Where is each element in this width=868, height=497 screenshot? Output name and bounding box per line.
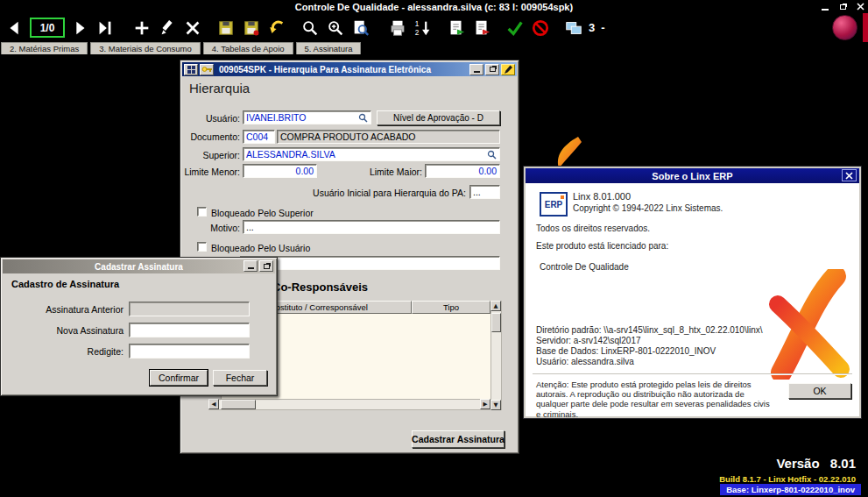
edit-pencil-icon[interactable] [501, 64, 515, 75]
sort-icon[interactable]: 12 [413, 18, 434, 39]
zoom-icon[interactable] [325, 18, 346, 39]
bloqueado-usuario-label: Bloqueado Pelo Usuário [211, 243, 310, 253]
undo-icon[interactable] [266, 18, 287, 39]
ok-button[interactable]: OK [788, 383, 851, 399]
search-icon[interactable] [300, 18, 321, 39]
window-title: Controle De Qualidade - alessandra.silva… [295, 2, 573, 12]
window-menu-icon[interactable] [184, 64, 198, 75]
svg-text:1: 1 [415, 20, 420, 28]
previous-record-icon[interactable] [4, 18, 25, 39]
product-name: Linx 8.01.000 [573, 191, 631, 202]
application-window: Controle De Qualidade - alessandra.silva… [0, 0, 868, 497]
add-record-icon[interactable] [131, 18, 152, 39]
toolbar-edge-accent [863, 13, 868, 42]
motivo-field[interactable]: ... [243, 220, 500, 234]
close-exit-icon[interactable] [530, 18, 551, 39]
close-icon[interactable] [842, 169, 857, 181]
rights: Todos os direitos reservados. [536, 224, 650, 233]
limite-menor-field[interactable]: 0.00 [243, 164, 317, 178]
nivel-aprovacao-button[interactable]: Nível de Aprovação - D [377, 110, 500, 125]
usuario-inicial-field[interactable]: ... [469, 185, 500, 199]
restore-icon[interactable] [259, 260, 273, 272]
linx-flame-icon [548, 135, 587, 170]
limite-maior-label: Limite Maior: [322, 167, 422, 177]
grid-col-tipo[interactable]: Tipo [412, 301, 490, 314]
restore-icon[interactable] [837, 2, 848, 12]
tab-materias-primas[interactable]: 2. Matérias Primas [1, 42, 88, 54]
save-all-icon[interactable] [241, 18, 262, 39]
bloqueado-superior-checkbox[interactable] [197, 207, 207, 217]
about-titlebar[interactable]: Sobre o Linx ERP [526, 168, 859, 183]
bloqueado-superior-label: Bloqueado Pelo Superior [211, 208, 314, 218]
tab-assinatura[interactable]: 5. Assinatura [296, 42, 362, 54]
scroll-up-icon[interactable]: ▲ [490, 301, 501, 311]
scroll-right-icon[interactable]: ▶ [480, 399, 490, 409]
restore-icon[interactable] [485, 64, 499, 75]
erp-logo-icon: ERP [540, 192, 568, 217]
minimize-icon[interactable] [820, 2, 830, 12]
cadastrar-assinatura-button[interactable]: Cadastrar Assinatura [412, 430, 505, 448]
superior-field[interactable]: ALESSANDRA.SILVA [243, 147, 500, 161]
signature-window-title: Cadastrar Assinatura [95, 262, 183, 272]
last-record-icon[interactable] [95, 18, 116, 39]
minimize-icon[interactable] [243, 260, 258, 272]
fechar-button[interactable]: Fechar [213, 370, 267, 386]
print-preview-icon[interactable] [350, 18, 371, 39]
delete-record-icon[interactable] [182, 18, 203, 39]
next-record-icon[interactable] [69, 18, 90, 39]
close-icon[interactable] [855, 2, 865, 12]
signature-heading: Cadastro de Assinatura [11, 279, 119, 289]
limite-menor-label: Limite Menor: [182, 167, 240, 177]
hierarchy-heading: Hierarquia [189, 81, 250, 96]
copyright: Copyright © 1994-2022 Linx Sistemas. [573, 203, 723, 213]
save-icon[interactable] [215, 18, 236, 39]
tab-tabelas-apoio[interactable]: 4. Tabelas de Apoio [203, 42, 293, 54]
scroll-left-icon[interactable]: ◀ [208, 399, 219, 409]
server: Servidor: a-srv142\sql2017 [536, 336, 641, 345]
documento-desc-field: COMPRA PRODUTO ACABADO [277, 130, 500, 144]
version-label: Versão [776, 456, 819, 471]
hscroll-thumb[interactable] [221, 400, 256, 409]
export-document-icon[interactable] [471, 18, 492, 39]
cascade-windows-icon[interactable] [563, 18, 584, 39]
lookup-icon[interactable] [487, 150, 497, 160]
confirmar-button[interactable]: Confirmar [150, 370, 208, 386]
vscroll-thumb[interactable] [491, 313, 501, 332]
confirm-icon[interactable] [505, 18, 526, 39]
linx-avatar-icon[interactable] [832, 15, 857, 40]
assinatura-anterior-field [129, 302, 250, 316]
scroll-down-icon[interactable]: ▼ [490, 400, 501, 410]
extra-field[interactable] [240, 256, 500, 270]
documento-label: Documento: [182, 131, 240, 142]
nova-assinatura-field[interactable] [129, 323, 250, 337]
licensed-label: Este produto está licenciado para: [536, 241, 668, 251]
key-icon[interactable] [200, 64, 214, 75]
linx-logo [766, 269, 851, 380]
export-report-icon[interactable] [446, 18, 467, 39]
motivo-label: Motivo: [182, 223, 240, 233]
lookup-icon[interactable] [358, 113, 368, 123]
usuario-label: Usuário: [182, 113, 240, 124]
window-controls [820, 1, 865, 12]
coresponsaveis-heading: Co-Responsáveis [272, 280, 368, 294]
database: Base de Dados: LinxERP-801-0222010_INOV [536, 346, 716, 356]
limite-maior-field[interactable]: 0.00 [425, 164, 500, 178]
redigite-field[interactable] [129, 344, 250, 359]
record-counter: 1/0 [30, 18, 65, 38]
signature-window: Cadastrar Assinatura Cadastro de Assinat… [0, 257, 278, 396]
svg-text:2: 2 [415, 29, 420, 37]
minimize-icon[interactable] [469, 64, 483, 75]
edit-record-icon[interactable] [157, 18, 178, 39]
print-icon[interactable] [387, 18, 408, 39]
main-toolbar: 1/0 12 3 - [0, 13, 868, 42]
licensed-to: Controle De Qualidade [540, 262, 629, 272]
usuario-field[interactable]: IVANEI.BRITO [243, 110, 371, 124]
user: Usuário: alessandra.silva [536, 357, 634, 366]
hierarchy-titlebar[interactable]: 009054SPK - Hierarquia Para Assinatura E… [182, 62, 517, 76]
documento-code-field[interactable]: C004 [243, 130, 275, 144]
open-windows-count: 3 [589, 21, 595, 34]
bloqueado-usuario-checkbox[interactable] [197, 242, 207, 252]
directory-path: Diretório padrão: \\a-srv145\linx_sql_8_… [536, 325, 763, 335]
tab-materiais-consumo[interactable]: 3. Materiais de Consumo [90, 42, 201, 54]
about-window-title: Sobre o Linx ERP [652, 171, 732, 181]
